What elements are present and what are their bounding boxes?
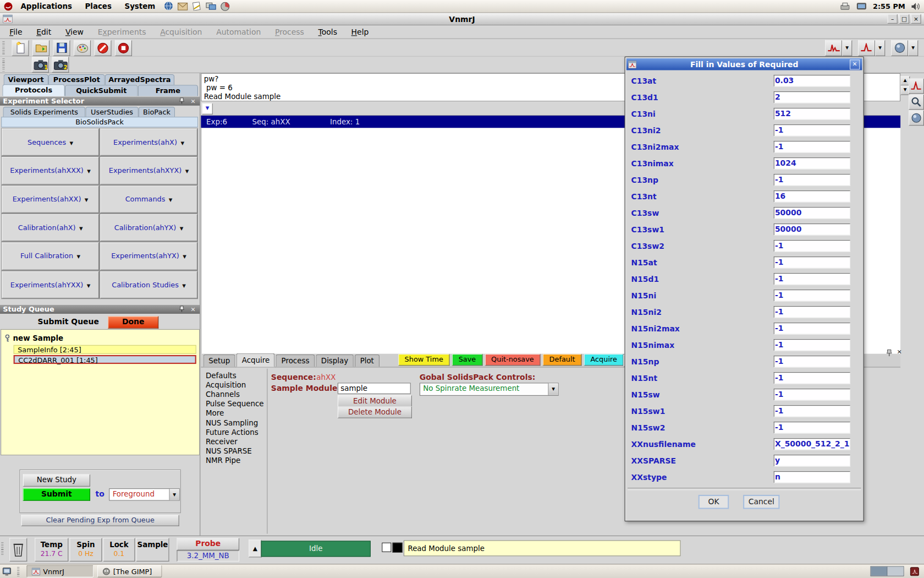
param-input[interactable]: -1	[774, 323, 850, 334]
camera-2-button[interactable]: 2	[52, 57, 69, 73]
workspace-1[interactable]	[871, 567, 888, 576]
menu-process[interactable]: Process	[275, 28, 304, 36]
workspace-2[interactable]	[888, 567, 904, 576]
parameter-category-item[interactable]: Acquisition	[204, 380, 267, 390]
param-input[interactable]: -1	[774, 124, 850, 136]
probe-button[interactable]: Probe	[177, 538, 239, 550]
show-desktop-button[interactable]	[2, 566, 12, 576]
experiment-selector-button[interactable]: Experiments(ahYX)	[100, 243, 197, 270]
distro-logo-icon[interactable]	[3, 2, 13, 11]
experiment-selector-button[interactable]: Calibration(ahYX)	[100, 214, 197, 242]
param-input[interactable]: -1	[774, 240, 850, 252]
experiment-selector-button[interactable]: Experiments(ahXYX)	[100, 157, 197, 184]
tab-biosolidspack[interactable]: BioSolidsPack	[1, 117, 198, 127]
panel-action-button[interactable]: Show Time	[398, 354, 450, 366]
queue-item-cc2ddarr[interactable]: CC2dDARR_001 [1:45]	[14, 355, 196, 364]
target-tool-button[interactable]	[909, 110, 924, 126]
parameter-category-item[interactable]: NUS SPARSE	[204, 446, 267, 456]
email-launcher-icon[interactable]	[177, 1, 189, 12]
param-input[interactable]: -1	[774, 273, 850, 285]
menu-automation[interactable]: Automation	[216, 28, 261, 36]
submit-button[interactable]: Submit	[23, 488, 90, 501]
toolbar-handle[interactable]	[2, 58, 4, 72]
parameter-category-item[interactable]: NMR Pipe	[204, 456, 267, 465]
param-input[interactable]: n	[774, 471, 850, 483]
experiment-selector-button[interactable]: Full Calibration	[2, 243, 99, 270]
param-input[interactable]: 2	[774, 91, 850, 103]
status-checkbox-empty[interactable]	[382, 543, 391, 552]
delete-module-button[interactable]: Delete Module	[338, 406, 412, 418]
spinrate-select[interactable]: No Spinrate Measurement	[420, 383, 559, 396]
dropdown-caret-icon[interactable]	[548, 383, 558, 395]
places-menu[interactable]: Places	[80, 2, 117, 10]
tab-arrayedspectra[interactable]: ArrayedSpectra	[105, 74, 174, 85]
new-study-button[interactable]: New Study	[23, 474, 90, 487]
signal-display-1-dropdown[interactable]: ▼	[842, 40, 852, 56]
pin-icon[interactable]	[179, 306, 187, 313]
parameter-category-item[interactable]: Receiver	[204, 437, 267, 446]
stop-button[interactable]	[115, 40, 132, 56]
parameter-category-item[interactable]: More	[204, 409, 267, 418]
lock-panel[interactable]: Lock 0.1	[103, 538, 135, 561]
new-file-button[interactable]	[12, 40, 29, 56]
close-icon[interactable]: ✕	[897, 348, 902, 355]
taskbar-handle[interactable]	[17, 566, 19, 576]
sphere-tool-dropdown[interactable]: ▼	[908, 40, 918, 56]
open-file-button[interactable]	[32, 40, 50, 56]
parameter-category-item[interactable]: Future Actions	[204, 428, 267, 437]
param-input[interactable]: 50000	[774, 223, 850, 235]
spin-panel[interactable]: Spin 0 Hz	[69, 538, 102, 561]
param-input[interactable]: -1	[774, 405, 850, 417]
displays-launcher-icon[interactable]	[205, 1, 217, 12]
param-input[interactable]: -1	[774, 257, 850, 268]
sample-panel[interactable]: Sample	[136, 538, 169, 561]
menu-edit[interactable]: Edit	[36, 28, 51, 36]
tab-process[interactable]: Process	[276, 355, 315, 367]
volume-icon[interactable]	[911, 2, 920, 10]
param-input[interactable]: X_50000_512_2_10	[774, 438, 850, 450]
clock[interactable]: 2:55 PM	[873, 2, 905, 10]
parameter-category-item[interactable]: Channels	[204, 390, 267, 399]
param-input[interactable]: -1	[774, 339, 850, 351]
param-input[interactable]: 1024	[774, 157, 850, 169]
magnifier-tool-button[interactable]	[909, 94, 924, 110]
workspace-pager[interactable]	[871, 566, 904, 576]
param-input[interactable]: 16	[774, 190, 850, 202]
command-history-button[interactable]: ▼	[202, 103, 213, 114]
experiment-selector-button[interactable]: Commands	[100, 186, 197, 213]
acquisition-arrow-button[interactable]: ▲	[249, 539, 262, 557]
color-palette-button[interactable]	[74, 40, 91, 56]
eject-sample-button[interactable]	[9, 538, 27, 561]
tree-node-new-sample[interactable]: new Sample	[5, 334, 64, 342]
sample-module-input[interactable]: sample	[338, 383, 411, 394]
task-vnmrj[interactable]: VnmrJ	[26, 565, 94, 577]
experiment-selector-button[interactable]: Calibration Studies	[100, 271, 197, 298]
tab-display[interactable]: Display	[316, 355, 354, 367]
dialog-close-button[interactable]: ✕	[850, 59, 860, 69]
dialog-titlebar[interactable]: Fill in Values of Required ✕	[626, 58, 862, 70]
experiment-selector-button[interactable]: Experiments(ahXX)	[2, 186, 99, 213]
applications-menu[interactable]: Applications	[15, 2, 78, 10]
signal-display-2-dropdown[interactable]: ▼	[875, 40, 885, 56]
dropdown-caret-icon[interactable]	[169, 489, 179, 500]
parameter-category-item[interactable]: Pulse Sequence	[204, 399, 267, 408]
param-input[interactable]: 0.03	[774, 75, 850, 86]
tab-setup[interactable]: Setup	[204, 355, 235, 367]
experiment-selector-button[interactable]: Experiments(ahX)	[100, 129, 197, 156]
camera-1-button[interactable]: 1	[32, 57, 49, 73]
tab-acquire[interactable]: Acquire	[237, 353, 275, 367]
toolbar-handle[interactable]	[2, 41, 4, 54]
panel-action-button[interactable]: Save	[452, 354, 482, 366]
save-button[interactable]	[53, 40, 70, 56]
done-button[interactable]: Done	[108, 316, 158, 329]
tab-protocols[interactable]: Protocols	[2, 84, 65, 96]
ok-button[interactable]: OK	[698, 495, 729, 509]
experiment-selector-button[interactable]: Experiments(ahYXX)	[2, 271, 99, 298]
param-input[interactable]: -1	[774, 306, 850, 318]
close-icon[interactable]: ✕	[189, 97, 197, 105]
tab-solids-experiments[interactable]: Solids Experiments	[3, 107, 85, 117]
notification-icon[interactable]	[910, 566, 919, 576]
pin-icon[interactable]	[886, 349, 892, 356]
tab-viewport[interactable]: Viewport	[3, 74, 48, 85]
menu-file[interactable]: File	[9, 28, 22, 36]
